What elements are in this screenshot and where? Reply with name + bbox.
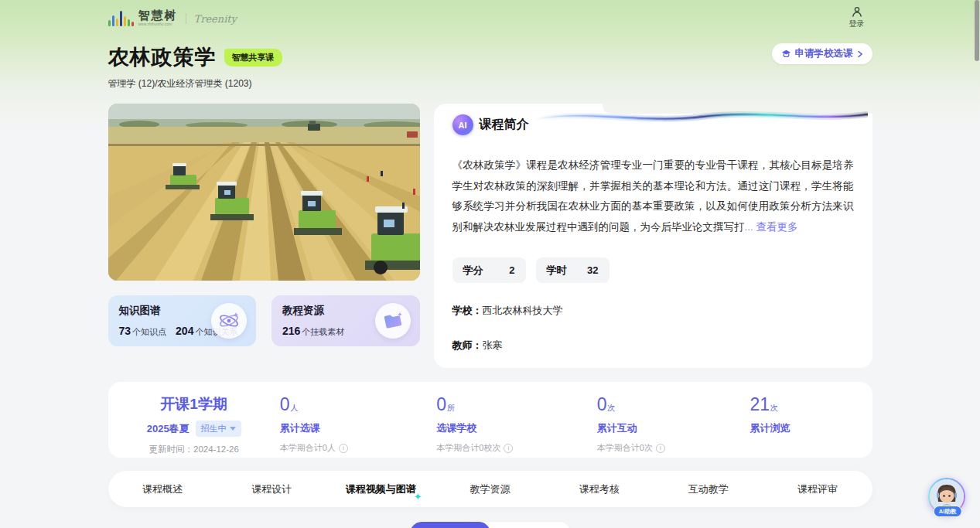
mini-cards-row: 知识图谱 73个知识点 204个知识关系: [108, 295, 420, 346]
stat-interactions: 0次 累计互动 本学期合计0次: [597, 394, 750, 458]
zhihuishu-logo[interactable]: 智慧树 www.zhihuishu.com Treenity: [108, 9, 237, 26]
info-icon[interactable]: [656, 444, 665, 453]
info-icon[interactable]: [504, 444, 513, 453]
info-icon[interactable]: [339, 444, 348, 453]
ai-assistant-label: AI助教: [934, 506, 962, 517]
page-container: 智慧树 www.zhihuishu.com Treenity 登录 农林政策学 …: [108, 0, 872, 528]
atom-icon: [211, 303, 247, 339]
share-course-badge: 智慧共享课: [224, 49, 282, 66]
course-tab-bar: 课程概述 课程设计 课程视频与图谱✦ 教学资源 课程考核 互动教学 课程评审: [108, 471, 872, 507]
tab-course-video-graph[interactable]: 课程视频与图谱✦: [326, 482, 435, 496]
title-row: 农林政策学 智慧共享课 申请学校选课: [108, 43, 872, 71]
tab-teaching-resources[interactable]: 教学资源: [435, 482, 545, 496]
credit-pill: 学分2: [452, 257, 526, 283]
semester-title: 开课1学期: [108, 394, 280, 414]
recruiting-badge[interactable]: 招生中: [196, 421, 241, 437]
logo-name: 智慧树: [138, 9, 178, 21]
main-content: 知识图谱 73个知识点 204个知识关系: [108, 104, 872, 368]
course-intro-card: AI 课程简介 《农林政策学》课程是农林经济管理专业一门重要的专业骨干课程，其核…: [434, 104, 872, 368]
login-label: 登录: [849, 19, 865, 29]
teacher-row: 教师：张寒: [452, 339, 854, 353]
logo-brand: Treenity: [194, 13, 237, 26]
course-title: 农林政策学: [108, 43, 217, 71]
see-more-link[interactable]: ... 查看更多: [745, 221, 798, 233]
scrollbar-thumb[interactable]: [975, 0, 979, 61]
scrollbar[interactable]: [974, 0, 980, 528]
logo-url: www.zhihuishu.com: [138, 22, 178, 26]
logo-divider: [186, 13, 186, 24]
tab-course-review[interactable]: 课程评审: [763, 482, 872, 496]
stats-card: 开课1学期 2025春夏 招生中 更新时间：2024-12-26 0人 累计选课…: [108, 382, 872, 458]
folder-icon: [375, 303, 411, 339]
stat-views: 21次 累计浏览: [750, 394, 872, 458]
ai-badge-icon: AI: [452, 114, 473, 135]
video-graph-toggle-wrap: 课程视频 课程图谱: [108, 522, 872, 528]
course-cover-image: [108, 104, 420, 281]
course-graph-toggle[interactable]: 课程图谱: [490, 522, 571, 528]
apply-school-course-button[interactable]: 申请学校选课: [772, 43, 872, 64]
school-row: 学校：西北农林科技大学: [452, 304, 854, 318]
left-column: 知识图谱 73个知识点 204个知识关系: [108, 104, 420, 368]
spark-icon: ✦: [414, 491, 422, 502]
stat-schools: 0所 选课学校 本学期合计0校次: [436, 394, 596, 458]
chevron-right-icon: [857, 50, 863, 58]
apply-button-label: 申请学校选课: [795, 47, 853, 60]
course-description: 《农林政策学》课程是农林经济管理专业一门重要的专业骨干课程，其核心目标是培养学生…: [452, 155, 854, 237]
semester-term: 2025春夏: [147, 422, 190, 436]
top-bar: 智慧树 www.zhihuishu.com Treenity 登录: [108, 0, 872, 32]
credit-hours-row: 学分2 学时32: [452, 257, 854, 283]
tab-course-overview[interactable]: 课程概述: [108, 482, 217, 496]
video-graph-toggle: 课程视频 课程图谱: [410, 522, 571, 528]
user-icon: [852, 6, 862, 17]
intro-header: AI 课程简介: [452, 114, 854, 135]
hours-pill: 学时32: [536, 257, 610, 283]
resource-card[interactable]: 教程资源 216个挂载素材: [271, 295, 420, 346]
stat-enrolled: 0人 累计选课 本学期合计0人: [280, 394, 437, 458]
stat-semester: 开课1学期 2025春夏 招生中 更新时间：2024-12-26: [108, 394, 280, 458]
tab-course-design[interactable]: 课程设计: [217, 482, 326, 496]
graduation-cap-icon: [781, 49, 791, 59]
logo-bars-icon: [108, 9, 134, 26]
ai-assistant-button[interactable]: AI助教: [928, 478, 967, 516]
tab-course-assessment[interactable]: 课程考核: [545, 482, 654, 496]
breadcrumb: 管理学 (12)/农业经济管理类 (1203): [108, 77, 872, 90]
intro-section-title: 课程简介: [480, 117, 529, 133]
login-button[interactable]: 登录: [849, 6, 865, 29]
updated-time: 更新时间：2024-12-26: [108, 444, 280, 455]
caret-down-icon: [230, 427, 236, 431]
course-video-toggle[interactable]: 课程视频: [410, 522, 490, 528]
tab-interactive-teaching[interactable]: 互动教学: [654, 482, 763, 496]
knowledge-graph-card[interactable]: 知识图谱 73个知识点 204个知识关系: [108, 295, 257, 346]
